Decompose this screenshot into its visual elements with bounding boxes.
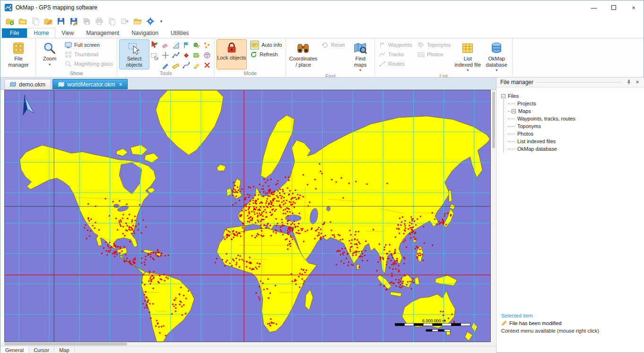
tree-item-files[interactable]: − Files	[501, 92, 644, 100]
scrollbar-thumb[interactable]	[492, 92, 495, 148]
magnifying-glass-label: Magnifying glass	[74, 61, 113, 67]
set-square-tool-button[interactable]	[172, 42, 180, 49]
lock-objects-button[interactable]: Lock objects	[217, 39, 247, 69]
save-all-button[interactable]	[81, 16, 92, 27]
window-controls: — ×	[584, 0, 644, 15]
flag-tool-button[interactable]	[183, 42, 190, 49]
status-tab-general[interactable]: General	[0, 346, 29, 353]
ribbon-tab-row: File Home View Management Navigation Uti…	[0, 28, 644, 38]
routes-list-button[interactable]: Routes	[377, 59, 414, 69]
tree-item-maps-label: Maps	[518, 108, 531, 114]
close-button[interactable]: ×	[624, 0, 644, 15]
database-icon	[489, 41, 504, 55]
file-manager-button[interactable]: File manager	[3, 39, 34, 69]
auto-info-label: Auto info	[261, 42, 282, 48]
quick-access-toolbar: ▾	[0, 15, 644, 28]
tree-item-projects[interactable]: Projects	[501, 100, 644, 107]
ruler-tool-button[interactable]	[172, 61, 180, 69]
okmap-database-button[interactable]: OkMap database ▾	[483, 39, 510, 73]
full-screen-toggle[interactable]: Full screen	[63, 40, 115, 50]
pencil-tool-button[interactable]	[162, 61, 169, 69]
scrollbar-thumb[interactable]	[4, 343, 127, 345]
doc-tab-worldmercator[interactable]: worldMercator.okm ×	[52, 79, 128, 89]
tab-view[interactable]: View	[55, 28, 80, 38]
add-object-cursor-button[interactable]	[151, 41, 159, 49]
highlighter-tool-button[interactable]	[193, 61, 200, 69]
bottom-panel-tabs: General Cursor Map	[0, 346, 496, 353]
pin-icon[interactable]	[625, 78, 633, 86]
coordinates-place-label: Coordinates / place	[288, 56, 318, 68]
doc-tab-close-icon[interactable]: ×	[118, 82, 122, 87]
tree-item-list-indexed-files[interactable]: List indexed files	[501, 138, 644, 145]
new-map-button[interactable]	[4, 16, 16, 27]
doc-tab-demo[interactable]: demo.okm	[4, 79, 51, 89]
scale-bar-segment	[438, 329, 444, 331]
list-indexed-file-button[interactable]: List indexed file ▾	[454, 39, 481, 73]
tab-home[interactable]: Home	[27, 28, 55, 38]
tab-navigation[interactable]: Navigation	[125, 28, 165, 38]
eraser-tool-button[interactable]	[162, 42, 169, 49]
tab-utilities[interactable]: Utilities	[165, 28, 195, 38]
bezier-tool-button[interactable]	[183, 61, 190, 69]
tree-item-photos[interactable]: Photos	[501, 130, 644, 138]
draw-area-tool-button[interactable]	[193, 52, 200, 59]
export-button[interactable]	[119, 16, 131, 27]
photos-label: Photos	[427, 52, 443, 57]
waypoints-label: Waypoints	[388, 42, 412, 48]
ribbon-home: File manager Zoom ▾ Full screen	[0, 38, 644, 77]
status-tab-map[interactable]: Map	[54, 346, 74, 353]
tree-item-maps[interactable]: + Maps	[501, 107, 644, 115]
refresh-button[interactable]: Refresh	[248, 50, 284, 59]
map-canvas[interactable]: 6.000.000 m	[4, 90, 491, 342]
toponyms-list-button[interactable]: Toponyms	[416, 40, 453, 50]
qat-overflow-button[interactable]: ▾	[157, 16, 165, 27]
tab-management[interactable]: Management	[80, 28, 125, 38]
tab-file[interactable]: File	[2, 28, 27, 38]
crosshair-tool-button[interactable]	[162, 52, 169, 59]
file-manager-icon	[11, 41, 26, 55]
select-objects-button[interactable]: Select objects	[119, 39, 149, 69]
print-button[interactable]	[94, 16, 105, 27]
zoom-button[interactable]: Zoom ▾	[38, 39, 61, 69]
open-map-button[interactable]	[17, 16, 28, 27]
coordinates-place-button[interactable]: Coordinates / place	[288, 39, 318, 69]
minimize-button[interactable]: —	[584, 0, 604, 15]
tree-collapse-icon[interactable]: −	[501, 94, 505, 98]
waypoints-list-button[interactable]: Waypoints	[377, 40, 414, 50]
multi-point-tool-button[interactable]	[203, 42, 211, 49]
save-as-button[interactable]	[68, 16, 79, 27]
auto-info-toggle[interactable]: Auto info	[248, 40, 284, 50]
photos-list-button[interactable]: Photos	[416, 50, 453, 59]
draw-waypoint-tool-button[interactable]	[193, 42, 200, 49]
okmap-database-label: OkMap database	[483, 56, 510, 68]
panel-close-icon[interactable]: ×	[633, 78, 642, 86]
refresh-icon	[250, 51, 257, 58]
tree-item-okmap-database[interactable]: OkMap database	[501, 145, 644, 153]
waypoint-red-tool-button[interactable]	[183, 52, 190, 59]
status-tab-cursor[interactable]: Cursor	[29, 346, 54, 353]
tree-item-toponyms[interactable]: Toponyms	[501, 122, 644, 130]
save-button[interactable]	[55, 16, 67, 27]
tree-expand-icon[interactable]: +	[512, 109, 516, 113]
find-maps-button[interactable]: Find maps ▾	[348, 39, 373, 73]
copy-button[interactable]	[106, 16, 118, 27]
draw-track-tool-button[interactable]	[172, 52, 180, 59]
map-horizontal-scrollbar[interactable]	[0, 342, 496, 346]
data-folder-button[interactable]	[132, 16, 143, 27]
palette-tool-button[interactable]	[203, 52, 211, 59]
reset-button[interactable]: Reset	[320, 40, 347, 50]
lock-icon	[225, 41, 238, 54]
tracks-list-button[interactable]: Tracks	[377, 50, 414, 59]
panel-title: File manager	[500, 79, 533, 86]
select-area-cursor-button[interactable]	[151, 52, 159, 60]
delete-tool-button[interactable]	[203, 61, 211, 69]
map-vertical-scrollbar[interactable]	[492, 90, 496, 342]
edit-map-button[interactable]	[43, 16, 54, 27]
maximize-button[interactable]	[604, 0, 624, 15]
panel-header: File manager ×	[496, 77, 644, 87]
settings-button[interactable]	[145, 16, 156, 27]
thumbnail-toggle[interactable]: Thumbnail	[63, 50, 115, 59]
magnifying-glass-toggle[interactable]: Magnifying glass	[63, 59, 115, 69]
import-map-button[interactable]	[30, 16, 41, 27]
tree-item-waypoints-tracks-routes[interactable]: Waypoints, tracks, routes	[501, 115, 644, 122]
